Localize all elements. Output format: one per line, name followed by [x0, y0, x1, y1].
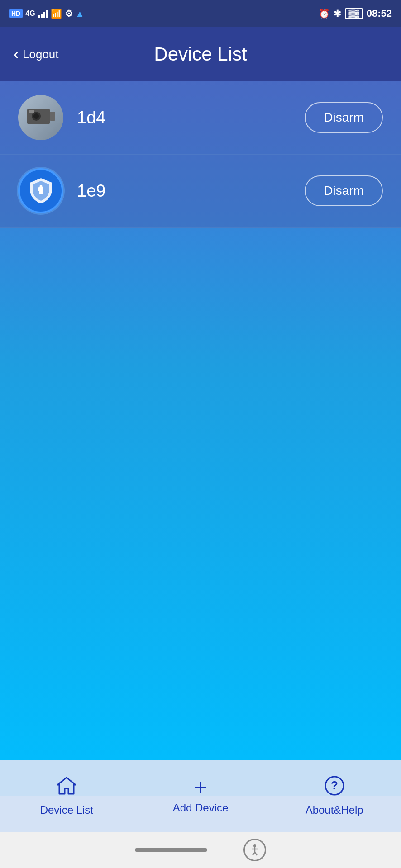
disarm-button-1e9[interactable]: Disarm [305, 175, 383, 206]
home-pill [135, 848, 207, 852]
plus-icon: + [194, 777, 207, 798]
svg-line-14 [255, 852, 257, 855]
disarm-button-1d4[interactable]: Disarm [305, 102, 383, 133]
nav-item-add-device[interactable]: + Add Device [134, 760, 267, 832]
nav-item-device-list[interactable]: Device List [0, 760, 134, 832]
accessibility-icon [248, 843, 262, 857]
svg-point-3 [33, 113, 39, 119]
header: ‹ Logout Device List [0, 27, 401, 81]
status-right-icons: ⏰ ✱ ▓▓ 08:52 [319, 8, 392, 19]
main-content: 1d4 Disarm 1e9 Disarm [0, 81, 401, 796]
device-item-1e9[interactable]: 1e9 Disarm [0, 155, 401, 228]
question-icon: ? [324, 775, 345, 800]
nav-label-device-list: Device List [40, 804, 93, 816]
status-left-icons: HD 4G 📶 ⚙ ▲ [9, 8, 84, 19]
svg-rect-1 [50, 112, 55, 121]
device-name-1e9: 1e9 [63, 181, 305, 201]
page-title: Device List [154, 43, 247, 65]
home-indicator-bar [0, 832, 401, 868]
nav-label-about-help: About&Help [306, 804, 363, 816]
bluetooth-icon: ✱ [334, 8, 341, 19]
nav-item-about-help[interactable]: ? About&Help [267, 760, 401, 832]
accessibility-button[interactable] [243, 839, 266, 861]
wifi-icon: 📶 [51, 8, 62, 19]
svg-point-7 [39, 185, 42, 188]
svg-text:?: ? [331, 778, 338, 792]
svg-rect-5 [38, 187, 43, 191]
alarm-icon: ⏰ [319, 8, 330, 19]
device-name-1d4: 1d4 [63, 108, 305, 127]
device-avatar-1e9 [18, 168, 63, 213]
nav-label-add-device: Add Device [173, 802, 229, 814]
signal-icon [38, 9, 48, 18]
logout-button[interactable]: ‹ Logout [14, 45, 59, 64]
shield-icon [29, 177, 53, 204]
device-item-1d4[interactable]: 1d4 Disarm [0, 81, 401, 155]
usb-icon: ⚙ [65, 8, 73, 19]
logout-label: Logout [23, 47, 59, 61]
hd-badge: HD [9, 9, 23, 18]
device-avatar-1d4 [18, 95, 63, 140]
camera-icon [25, 102, 57, 133]
bottom-nav: Device List + Add Device ? About&Help [0, 760, 401, 832]
status-bar: HD 4G 📶 ⚙ ▲ ⏰ ✱ ▓▓ 08:52 [0, 0, 401, 27]
app-icon: ▲ [76, 9, 85, 19]
device-image-1d4 [18, 95, 63, 140]
svg-rect-4 [29, 110, 34, 113]
4g-badge: 4G [25, 9, 35, 18]
home-icon [56, 775, 77, 800]
svg-rect-6 [39, 191, 43, 194]
svg-point-10 [253, 844, 256, 847]
time-display: 08:52 [367, 8, 392, 19]
back-arrow-icon: ‹ [14, 45, 19, 64]
battery-icon: ▓▓ [345, 8, 363, 19]
